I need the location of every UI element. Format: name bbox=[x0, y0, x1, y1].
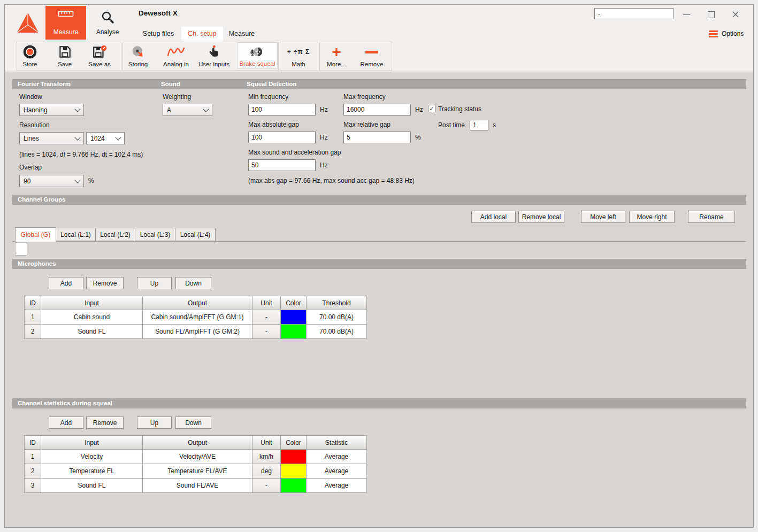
color-swatch[interactable] bbox=[281, 464, 306, 478]
col-output[interactable]: Output bbox=[143, 296, 252, 310]
col-output[interactable]: Output bbox=[143, 436, 252, 450]
cell-input[interactable]: Velocity bbox=[41, 450, 143, 464]
cell-threshold[interactable]: 70.00 dB(A) bbox=[307, 325, 367, 339]
overlap-select[interactable]: 90 bbox=[19, 175, 84, 187]
user-inputs-button[interactable]: User inputs bbox=[195, 42, 233, 69]
cell-input[interactable]: Temperature FL bbox=[41, 464, 143, 479]
cell-unit[interactable]: - bbox=[252, 310, 281, 325]
move-left-button[interactable]: Move left bbox=[581, 211, 625, 223]
group-tab-global[interactable]: Global (G) bbox=[15, 227, 56, 242]
cell-unit[interactable]: - bbox=[252, 479, 281, 493]
col-input[interactable]: Input bbox=[41, 296, 143, 310]
max-absolute-gap-input[interactable] bbox=[248, 132, 316, 143]
window-select[interactable]: Hanning bbox=[19, 104, 84, 116]
setup-name-field[interactable] bbox=[594, 8, 673, 19]
col-id[interactable]: ID bbox=[25, 436, 41, 450]
dewesoft-logo-icon bbox=[15, 11, 41, 35]
col-input[interactable]: Input bbox=[41, 436, 143, 450]
close-button[interactable] bbox=[726, 8, 745, 21]
color-swatch[interactable] bbox=[281, 325, 306, 338]
col-id[interactable]: ID bbox=[25, 296, 41, 310]
col-unit[interactable]: Unit bbox=[252, 296, 281, 310]
options-button[interactable]: Options bbox=[709, 28, 752, 39]
remove-module-button[interactable]: Remove bbox=[355, 42, 389, 69]
cell-output[interactable]: Velocity/AVE bbox=[143, 450, 252, 464]
mic-add-button[interactable]: Add bbox=[49, 277, 83, 289]
math-button[interactable]: + ÷ π Σ Math bbox=[281, 42, 316, 69]
col-threshold[interactable]: Threshold bbox=[307, 296, 367, 310]
tracking-status-checkbox[interactable]: ✓ bbox=[428, 105, 435, 112]
cell-output[interactable]: Sound FL/AVE bbox=[143, 479, 252, 493]
cell-input[interactable]: Cabin sound bbox=[41, 310, 143, 325]
resolution-type-value: Lines bbox=[24, 135, 39, 142]
post-time-input[interactable] bbox=[470, 120, 488, 130]
cell-color[interactable] bbox=[281, 479, 307, 493]
mic-down-button[interactable]: Down bbox=[175, 277, 211, 289]
col-color[interactable]: Color bbox=[281, 296, 307, 310]
cell-input[interactable]: Sound FL bbox=[41, 479, 143, 493]
store-button[interactable]: Store bbox=[13, 42, 47, 69]
cell-color[interactable] bbox=[281, 450, 307, 464]
resolution-type-select[interactable]: Lines bbox=[19, 132, 84, 144]
group-edit-box[interactable] bbox=[15, 242, 27, 256]
group-tab-local-1[interactable]: Local (L:1) bbox=[56, 228, 96, 241]
cell-statistic[interactable]: Average bbox=[307, 450, 367, 464]
move-right-button[interactable]: Move right bbox=[629, 211, 675, 223]
mic-remove-button[interactable]: Remove bbox=[86, 277, 124, 289]
cell-output[interactable]: Cabin sound/AmplFFT (G GM:1) bbox=[143, 310, 252, 325]
cell-unit[interactable]: - bbox=[252, 325, 281, 339]
cell-output[interactable]: Sound FL/AmplFFT (G GM:2) bbox=[143, 325, 252, 339]
cell-threshold[interactable]: 70.00 dB(A) bbox=[307, 310, 367, 325]
cell-input[interactable]: Sound FL bbox=[41, 325, 143, 339]
mode-tab-measure[interactable]: Measure bbox=[45, 6, 86, 40]
col-statistic[interactable]: Statistic bbox=[307, 436, 367, 450]
cell-unit[interactable]: km/h bbox=[252, 450, 281, 464]
cell-color[interactable] bbox=[281, 310, 307, 325]
magnifier-icon bbox=[101, 11, 114, 26]
group-tab-local-2[interactable]: Local (L:2) bbox=[95, 228, 135, 241]
mode-tab-analyse[interactable]: Analyse bbox=[87, 6, 128, 40]
col-unit[interactable]: Unit bbox=[252, 436, 281, 450]
more-button[interactable]: + More... bbox=[319, 42, 354, 69]
max-frequency-input[interactable] bbox=[343, 104, 411, 115]
save-as-button[interactable]: Save as bbox=[82, 42, 117, 69]
storing-label: Storing bbox=[128, 61, 148, 67]
weighting-select[interactable]: A bbox=[163, 104, 212, 116]
stat-up-button[interactable]: Up bbox=[137, 417, 172, 429]
cell-unit[interactable]: deg bbox=[252, 464, 281, 479]
more-label: More... bbox=[327, 61, 346, 67]
group-tab-local-4[interactable]: Local (L:4) bbox=[175, 228, 216, 241]
remove-local-button[interactable]: Remove local bbox=[518, 211, 564, 223]
color-swatch[interactable] bbox=[281, 479, 306, 492]
analog-in-button[interactable]: Analog in bbox=[159, 42, 193, 69]
color-swatch[interactable] bbox=[281, 450, 306, 464]
nav-tab-measure[interactable]: Measure bbox=[225, 27, 258, 41]
mic-up-button[interactable]: Up bbox=[137, 277, 172, 289]
cell-output[interactable]: Temperature FL/AVE bbox=[143, 464, 252, 479]
stat-remove-button[interactable]: Remove bbox=[86, 417, 124, 429]
storing-button[interactable]: Storing bbox=[121, 42, 155, 69]
group-tab-local-3[interactable]: Local (L:3) bbox=[135, 228, 175, 241]
stat-down-button[interactable]: Down bbox=[175, 417, 211, 429]
add-local-button[interactable]: Add local bbox=[471, 211, 516, 223]
minimize-button[interactable] bbox=[677, 8, 696, 21]
save-button[interactable]: Save bbox=[48, 42, 82, 69]
max-relative-gap-input[interactable] bbox=[343, 132, 411, 143]
col-color[interactable]: Color bbox=[281, 436, 307, 450]
min-frequency-input[interactable] bbox=[248, 104, 316, 115]
nav-tab-ch-setup[interactable]: Ch. setup bbox=[181, 27, 223, 41]
brake-squeal-button[interactable]: Brake squeal bbox=[237, 42, 278, 69]
cell-statistic[interactable]: Average bbox=[307, 479, 367, 493]
color-swatch[interactable] bbox=[281, 310, 306, 324]
rename-button[interactable]: Rename bbox=[688, 211, 735, 223]
max-sound-acc-gap-input[interactable] bbox=[248, 159, 316, 171]
maximize-button[interactable] bbox=[701, 8, 721, 21]
cell-color[interactable] bbox=[281, 464, 307, 479]
group-tab-local-1-label: Local (L:1) bbox=[60, 231, 91, 238]
nav-tab-setup-files[interactable]: Setup files bbox=[139, 27, 178, 41]
stat-add-button[interactable]: Add bbox=[49, 417, 83, 429]
cell-statistic[interactable]: Average bbox=[307, 464, 367, 479]
resolution-lines-select[interactable]: 1024 bbox=[86, 132, 125, 144]
cell-color[interactable] bbox=[281, 325, 307, 339]
post-time-label: Post time bbox=[438, 121, 465, 129]
